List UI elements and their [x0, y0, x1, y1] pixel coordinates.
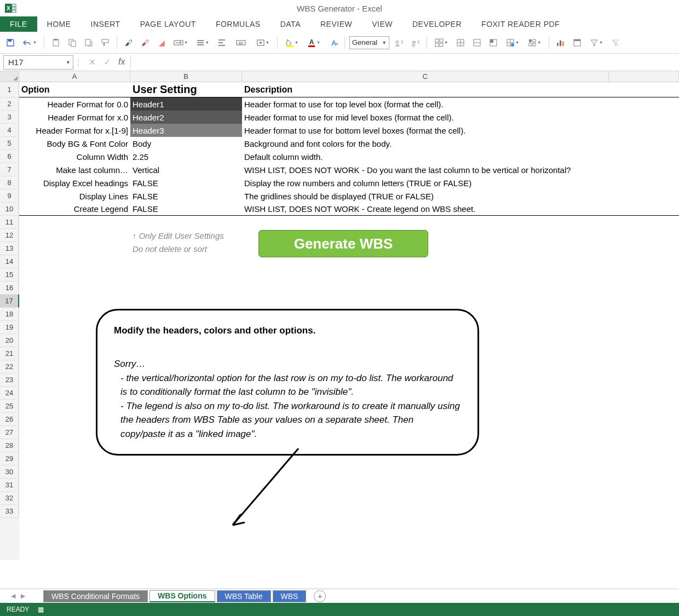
- row-header[interactable]: 21: [0, 347, 19, 360]
- user-setting-cell[interactable]: FALSE: [130, 189, 242, 203]
- font-size-icon[interactable]: AA: [326, 36, 340, 50]
- row-header[interactable]: 28: [0, 439, 19, 452]
- row-header[interactable]: 23: [0, 373, 19, 387]
- macro-record-icon[interactable]: ▦: [38, 606, 44, 613]
- format-painter-icon[interactable]: [98, 36, 112, 50]
- row-header[interactable]: 8: [0, 176, 19, 189]
- option-cell[interactable]: Header Format for x.0: [19, 111, 130, 124]
- wrap-text-icon[interactable]: [215, 36, 229, 50]
- row-header[interactable]: 6: [0, 150, 19, 163]
- tab-formulas[interactable]: FORMULAS: [206, 16, 271, 32]
- tab-review[interactable]: REVIEW: [310, 16, 362, 32]
- tab-data[interactable]: DATA: [271, 16, 310, 32]
- row-header[interactable]: 5: [0, 137, 19, 150]
- row-header[interactable]: 27: [0, 426, 19, 439]
- row-header[interactable]: 4: [0, 124, 19, 137]
- sheet-tab-table[interactable]: WBS Table: [217, 590, 271, 602]
- row-header[interactable]: 31: [0, 479, 19, 492]
- sheet-nav-prev-icon[interactable]: ◀: [11, 592, 15, 600]
- cells-area[interactable]: Option User Setting Description Header F…: [19, 82, 679, 560]
- row-header[interactable]: 12: [0, 229, 19, 242]
- description-cell[interactable]: Display the row numbers and column lette…: [242, 176, 609, 189]
- description-cell[interactable]: Header format to use for bottom level bo…: [242, 124, 609, 137]
- row-header[interactable]: 11: [0, 216, 19, 229]
- option-cell[interactable]: Display Excel headings: [19, 176, 130, 189]
- increase-decimal-icon[interactable]: .0.00: [392, 36, 406, 50]
- col-header-b[interactable]: B: [130, 71, 242, 82]
- col-header-c[interactable]: C: [242, 71, 609, 82]
- tab-foxit[interactable]: FOXIT READER PDF: [471, 16, 569, 32]
- font-color-icon[interactable]: A▼: [304, 36, 324, 50]
- user-setting-cell[interactable]: Body: [130, 137, 242, 150]
- option-cell[interactable]: Display Lines: [19, 189, 130, 203]
- user-setting-cell[interactable]: Header3: [130, 124, 242, 137]
- fill-icon[interactable]: ▼: [525, 36, 544, 50]
- row-header[interactable]: 18: [0, 308, 19, 321]
- row-header[interactable]: 16: [0, 281, 19, 295]
- row-header[interactable]: 13: [0, 242, 19, 255]
- description-cell[interactable]: Header format to use for mid level boxes…: [242, 111, 609, 124]
- insert-icon[interactable]: ▼: [253, 36, 273, 50]
- fx-icon[interactable]: fx: [118, 57, 125, 67]
- sheet-tab-options[interactable]: WBS Options: [149, 590, 215, 602]
- insert-cells-icon[interactable]: [453, 36, 468, 50]
- option-cell[interactable]: Create Legend: [19, 203, 130, 215]
- row-header[interactable]: 30: [0, 465, 19, 479]
- description-cell[interactable]: Header format to use for top level box (…: [242, 97, 609, 111]
- merge-center-icon[interactable]: ab: [231, 36, 251, 50]
- row-header[interactable]: 26: [0, 413, 19, 426]
- tab-view[interactable]: VIEW: [362, 16, 402, 32]
- description-cell[interactable]: Background and font colors for the body.: [242, 137, 609, 150]
- tab-insert[interactable]: INSERT: [81, 16, 130, 32]
- user-setting-cell[interactable]: FALSE: [130, 176, 242, 189]
- user-setting-cell[interactable]: Vertical: [130, 163, 242, 176]
- formula-input[interactable]: [130, 55, 679, 70]
- tab-developer[interactable]: DEVELOPER: [402, 16, 471, 32]
- chart-icon[interactable]: [554, 36, 568, 50]
- description-cell[interactable]: WISH LIST, DOES NOT WORK - Create legend…: [242, 203, 609, 215]
- sort-filter-icon[interactable]: ▼: [586, 36, 606, 50]
- align-icon[interactable]: ▼: [193, 36, 212, 50]
- brush2-icon[interactable]: 🖌: [138, 36, 152, 50]
- user-setting-cell[interactable]: 2.25: [130, 150, 242, 163]
- row-header[interactable]: 25: [0, 400, 19, 413]
- user-setting-cell[interactable]: Header2: [130, 111, 242, 124]
- col-header-a[interactable]: A: [19, 71, 130, 82]
- sheet-tab-wbs[interactable]: WBS: [273, 590, 307, 602]
- row-header[interactable]: 33: [0, 505, 19, 518]
- row-header[interactable]: 32: [0, 492, 19, 505]
- copy-icon[interactable]: [65, 36, 79, 50]
- add-sheet-button[interactable]: +: [314, 590, 326, 602]
- row-header[interactable]: 22: [0, 360, 19, 373]
- paste-icon[interactable]: [49, 36, 63, 50]
- enter-icon[interactable]: ✓: [103, 57, 111, 67]
- cut-icon[interactable]: [82, 36, 96, 50]
- row-header[interactable]: 15: [0, 268, 19, 281]
- option-cell[interactable]: Make last column…: [19, 163, 130, 176]
- row-header[interactable]: 9: [0, 189, 19, 203]
- tab-home[interactable]: HOME: [37, 16, 81, 32]
- row-header[interactable]: 19: [0, 321, 19, 334]
- option-cell[interactable]: Header Format for x.[1-9]: [19, 124, 130, 137]
- row-header[interactable]: 10: [0, 203, 19, 216]
- row-header[interactable]: 20: [0, 334, 19, 347]
- tab-file[interactable]: FILE: [0, 16, 37, 32]
- generate-wbs-button[interactable]: Generate WBS: [258, 230, 428, 257]
- option-cell[interactable]: Body BG & Font Color: [19, 137, 130, 150]
- option-cell[interactable]: Column Width: [19, 150, 130, 163]
- format-cells-icon[interactable]: [486, 36, 500, 50]
- description-cell[interactable]: Default column width.: [242, 150, 609, 163]
- row-header[interactable]: 1: [0, 82, 19, 97]
- col-header-rest[interactable]: [609, 71, 679, 82]
- description-cell[interactable]: WISH LIST, DOES NOT WORK - Do you want t…: [242, 163, 609, 176]
- number-format-dropdown[interactable]: General▼: [349, 36, 389, 49]
- decrease-decimal-icon[interactable]: .00.0: [408, 36, 422, 50]
- user-setting-cell[interactable]: FALSE: [130, 203, 242, 215]
- row-header[interactable]: 7: [0, 163, 19, 176]
- brush1-icon[interactable]: 🖌: [122, 36, 136, 50]
- name-box[interactable]: H17 ▼: [3, 55, 73, 70]
- row-header[interactable]: 17: [0, 295, 19, 308]
- select-all-corner[interactable]: [0, 71, 19, 82]
- delete-cells-icon[interactable]: [470, 36, 484, 50]
- undo-icon[interactable]: ▼: [20, 36, 39, 50]
